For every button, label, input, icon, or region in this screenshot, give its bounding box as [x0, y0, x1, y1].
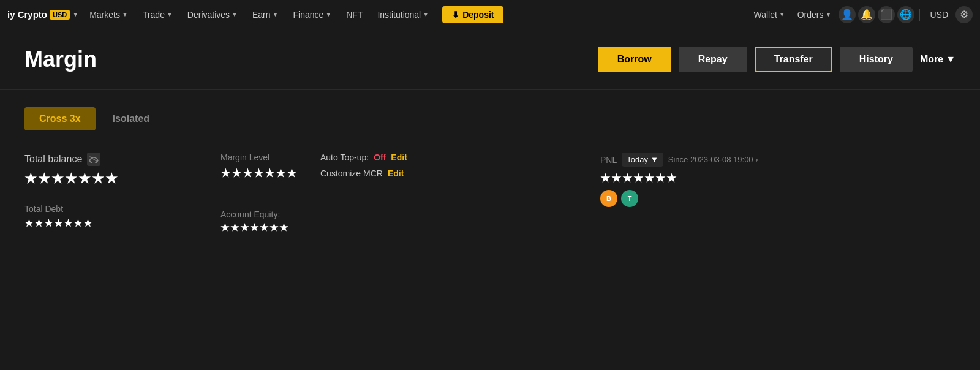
pnl-value: ★★★★★★★: [600, 172, 956, 185]
currency-badge[interactable]: USD: [50, 10, 70, 20]
auto-topup-row: Auto Top-up: Off Edit: [320, 153, 407, 162]
margin-level-data: Margin Level ★★★★★★★: [221, 153, 298, 190]
globe-icon[interactable]: 🌐: [897, 6, 914, 23]
tab-isolated[interactable]: Isolated: [110, 107, 152, 130]
nav-earn[interactable]: Earn ▼: [246, 0, 284, 29]
pnl-coins: B T: [600, 190, 956, 207]
nav-wallet[interactable]: Wallet ▼: [748, 0, 790, 29]
settings-icon[interactable]: ⚙: [956, 6, 973, 23]
balance-col: Total balance ★★★★★★★ Total Debt ★★★★★★★: [24, 153, 196, 229]
pnl-col: PNL Today ▼ Since 2023-03-08 19:00 › ★★★…: [600, 153, 956, 207]
pnl-since-arrow[interactable]: ›: [756, 155, 758, 164]
pnl-since: Since 2023-03-08 19:00 ›: [668, 155, 758, 164]
account-equity-value: ★★★★★★★: [221, 222, 576, 233]
nav-finance[interactable]: Finance ▼: [287, 0, 337, 29]
total-balance-label: Total balance: [24, 153, 196, 166]
pnl-today-dropdown[interactable]: Today ▼: [622, 153, 663, 167]
qr-code-icon[interactable]: ⬛: [878, 6, 895, 23]
markets-arrow: ▼: [122, 11, 128, 18]
nav-institutional[interactable]: Institutional ▼: [371, 0, 435, 29]
notification-bell-icon[interactable]: 🔔: [858, 6, 875, 23]
more-arrow-icon: ▼: [946, 54, 956, 65]
brand-name: iy Crypto: [7, 9, 47, 20]
page-title: Margin: [24, 47, 97, 72]
deposit-icon: ⬇: [452, 10, 459, 20]
nav-orders[interactable]: Orders ▼: [793, 0, 837, 29]
wallet-arrow: ▼: [779, 11, 785, 18]
nav-right: Wallet ▼ Orders ▼ 👤 🔔 ⬛ 🌐 USD ⚙: [748, 0, 973, 29]
btc-coin-icon: B: [600, 190, 617, 207]
nav-derivatives[interactable]: Derivatives ▼: [181, 0, 244, 29]
auto-topup-status: Off: [374, 153, 386, 162]
transfer-button[interactable]: Transfer: [755, 47, 832, 72]
hide-balance-icon[interactable]: [87, 153, 100, 166]
nav-currency[interactable]: USD: [925, 0, 953, 29]
margin-divider: [303, 153, 303, 190]
margin-level-value: ★★★★★★★: [221, 167, 298, 180]
nav-nft[interactable]: NFT: [340, 0, 369, 29]
deposit-button[interactable]: ⬇ Deposit: [442, 6, 503, 23]
margin-level-label: Margin Level: [221, 153, 270, 164]
trade-arrow: ▼: [167, 11, 173, 18]
total-balance-value: ★★★★★★★: [24, 171, 196, 187]
finance-arrow: ▼: [325, 11, 331, 18]
customize-mcr-edit[interactable]: Edit: [388, 168, 404, 178]
top-navigation: iy Crypto USD ▼ Markets ▼ Trade ▼ Deriva…: [0, 0, 980, 29]
margin-tabs: Cross 3x Isolated: [24, 107, 956, 130]
account-equity-label: Account Equity:: [221, 210, 576, 219]
total-debt-value: ★★★★★★★: [24, 217, 196, 229]
main-content: Cross 3x Isolated Total balance ★★★★★★★ …: [0, 90, 980, 251]
institutional-arrow: ▼: [423, 11, 429, 18]
brand-logo[interactable]: iy Crypto USD ▼: [7, 9, 78, 20]
pnl-dropdown-arrow: ▼: [650, 155, 658, 164]
more-button[interactable]: More ▼: [920, 54, 956, 65]
margin-level-col: Margin Level ★★★★★★★ Auto Top-up: Off Ed…: [221, 153, 576, 233]
auto-topup-edit[interactable]: Edit: [391, 153, 407, 162]
nav-markets[interactable]: Markets ▼: [83, 0, 134, 29]
customize-mcr-row: Customize MCR Edit: [320, 168, 407, 178]
page-header: Margin Borrow Repay Transfer History Mor…: [0, 29, 980, 90]
margin-info-col: Auto Top-up: Off Edit Customize MCR Edit: [308, 153, 407, 184]
nav-trade[interactable]: Trade ▼: [137, 0, 179, 29]
repay-button[interactable]: Repay: [679, 47, 747, 72]
balance-section: Total balance ★★★★★★★ Total Debt ★★★★★★★…: [24, 153, 956, 233]
tether-coin-icon: T: [621, 190, 638, 207]
derivatives-arrow: ▼: [232, 11, 238, 18]
borrow-button[interactable]: Borrow: [598, 47, 671, 72]
orders-arrow: ▼: [826, 11, 832, 18]
margin-level-row: Margin Level ★★★★★★★ Auto Top-up: Off Ed…: [221, 153, 576, 190]
nav-divider: [919, 9, 920, 21]
earn-arrow: ▼: [273, 11, 279, 18]
history-button[interactable]: History: [840, 47, 913, 72]
tab-cross[interactable]: Cross 3x: [24, 107, 96, 130]
user-profile-icon[interactable]: 👤: [839, 6, 856, 23]
pnl-header: PNL Today ▼ Since 2023-03-08 19:00 ›: [600, 153, 956, 167]
total-debt-label: Total Debt: [24, 204, 196, 214]
brand-dropdown-arrow[interactable]: ▼: [72, 11, 78, 18]
pnl-label: PNL: [600, 155, 617, 165]
header-actions: Borrow Repay Transfer History More ▼: [598, 47, 956, 72]
